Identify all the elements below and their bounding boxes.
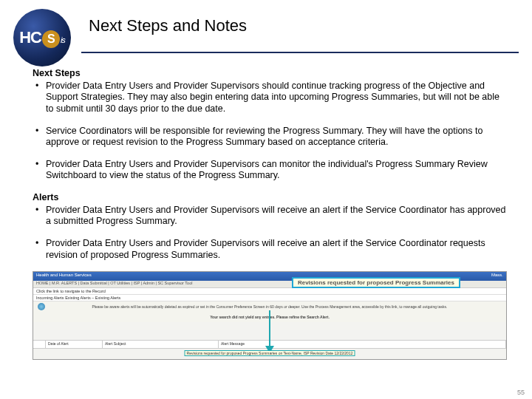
hcsis-logo: H C S is [13, 9, 71, 66]
ss-titlebar-right: Mass. [491, 273, 503, 280]
content: Next Steps Provider Data Entry Users and… [0, 53, 532, 261]
callout-box: Revisions requested for proposed Progres… [292, 277, 460, 288]
logo-letter-s: S [42, 30, 60, 48]
ss-titlebar-left: Health and Human Services [36, 273, 92, 280]
page-title: Next Steps and Notes [81, 16, 247, 35]
slide: H C S is Next Steps and Notes Next Steps… [0, 0, 532, 399]
ss-row: Click the link to navigate to the Record [33, 288, 506, 295]
alerts-item: Provider Data Entry Users and Provider S… [33, 205, 507, 228]
page-number: 55 [517, 389, 525, 396]
next-steps-list: Provider Data Entry Users and Provider S… [33, 81, 507, 182]
alerts-list: Provider Data Entry Users and Provider S… [33, 205, 507, 262]
ss-table-cell: Alert Message [219, 341, 506, 348]
arrow-icon [265, 310, 275, 353]
next-steps-item: Provider Data Entry Users and Provider S… [33, 159, 507, 182]
ss-table-cell: Alert Subject [103, 341, 219, 348]
alerts-item: Provider Data Entry Users and Provider S… [33, 238, 507, 261]
embedded-screenshot: Health and Human Services Mass. HOME | M… [33, 271, 507, 360]
arrow-target-box: Revisions requested for proposed Progres… [185, 350, 355, 356]
logo-circle-icon: H C S is [13, 9, 71, 66]
ss-table-cell: Date of Alert [46, 341, 103, 348]
logo-letter-is: is [61, 35, 65, 44]
next-steps-item: Service Coordinators will be responsible… [33, 126, 507, 149]
arrow-target-trail: on Test-Name, ISP Revision Date 12/22/20… [279, 351, 353, 355]
ss-middle-line: Please be aware alerts will be automatic… [36, 304, 503, 309]
ss-row: Incoming Alerts Existing Alerts – Existi… [33, 295, 506, 301]
header: Next Steps and Notes [81, 0, 519, 53]
ss-table-cell [33, 341, 46, 348]
logo-letter-c: C [30, 28, 41, 47]
logo-letter-h: H [19, 28, 30, 47]
alerts-heading: Alerts [33, 192, 507, 204]
next-steps-item: Provider Data Entry Users and Provider S… [33, 81, 507, 115]
arrow-target-text: Revisions requested for proposed Progres… [187, 351, 278, 355]
next-steps-heading: Next Steps [33, 68, 507, 80]
